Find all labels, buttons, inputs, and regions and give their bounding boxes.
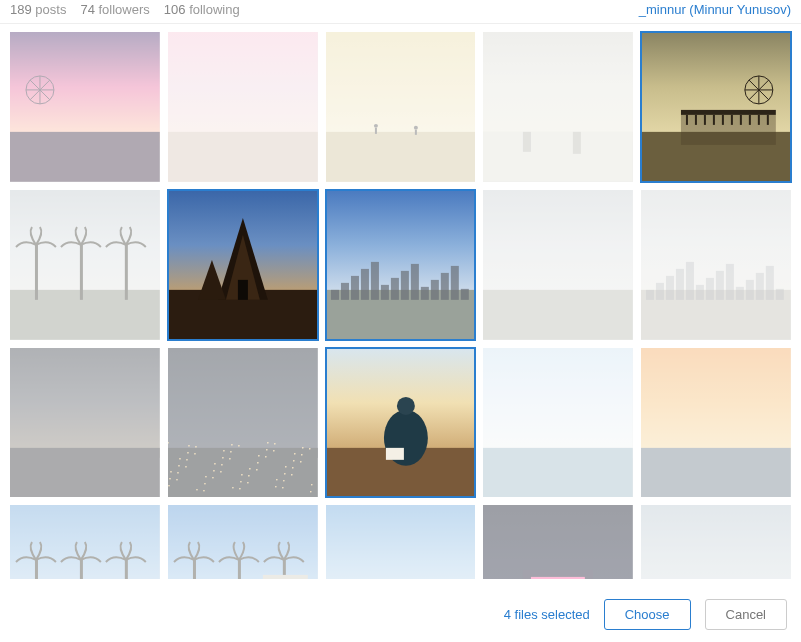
selection-count: 4 files selected [504, 607, 590, 622]
svg-rect-60 [331, 290, 339, 300]
grid-thumb[interactable] [483, 190, 633, 340]
stat-followers: 74 followers [80, 2, 149, 17]
svg-rect-69 [420, 287, 428, 300]
unselected-overlay [483, 505, 633, 579]
svg-rect-41 [722, 115, 724, 125]
grid-thumb[interactable] [10, 190, 160, 340]
following-label: following [189, 2, 240, 17]
grid-thumb[interactable] [641, 505, 791, 579]
profile-stats: 189 posts 74 followers 106 following [10, 2, 240, 17]
username-link[interactable]: _minnur (Minnur Yunusov) [639, 2, 791, 17]
grid-thumb[interactable] [10, 505, 160, 579]
svg-rect-71 [440, 273, 448, 300]
footer-bar: 4 files selected Choose Cancel [0, 588, 801, 642]
svg-rect-43 [740, 115, 742, 125]
svg-rect-44 [749, 115, 751, 125]
svg-rect-40 [713, 115, 715, 125]
svg-point-159 [396, 397, 414, 415]
stat-following: 106 following [164, 2, 240, 17]
grid-thumb[interactable] [326, 32, 476, 182]
following-count: 106 [164, 2, 186, 17]
grid-thumb[interactable] [10, 32, 160, 182]
svg-rect-67 [400, 271, 408, 300]
grid-thumb[interactable] [641, 348, 791, 498]
grid-thumb[interactable] [168, 348, 318, 498]
grid-thumb[interactable] [10, 348, 160, 498]
svg-rect-160 [386, 447, 404, 459]
grid-thumb[interactable] [168, 190, 318, 340]
grid-thumb[interactable] [168, 505, 318, 579]
unselected-overlay [168, 32, 318, 182]
unselected-overlay [168, 348, 318, 498]
grid-thumb[interactable] [483, 32, 633, 182]
svg-rect-70 [430, 280, 438, 300]
svg-rect-56 [238, 280, 248, 300]
unselected-overlay [10, 348, 160, 498]
grid-thumb[interactable] [326, 505, 476, 579]
unselected-overlay [483, 348, 633, 498]
grid-thumb[interactable] [326, 348, 476, 498]
header-bar: 189 posts 74 followers 106 following _mi… [0, 0, 801, 24]
grid-thumb[interactable] [483, 348, 633, 498]
unselected-overlay [641, 348, 791, 498]
unselected-overlay [483, 32, 633, 182]
stat-posts: 189 posts [10, 2, 66, 17]
posts-label: posts [35, 2, 66, 17]
svg-rect-63 [361, 269, 369, 300]
svg-rect-68 [410, 264, 418, 300]
svg-rect-39 [704, 115, 706, 125]
svg-rect-37 [686, 115, 688, 125]
unselected-overlay [326, 505, 476, 579]
unselected-overlay [641, 190, 791, 340]
svg-rect-38 [695, 115, 697, 125]
unselected-overlay [10, 32, 160, 182]
unselected-overlay [168, 505, 318, 579]
cancel-button[interactable]: Cancel [705, 599, 787, 630]
svg-rect-64 [371, 262, 379, 300]
grid-thumb[interactable] [326, 190, 476, 340]
grid-thumb[interactable] [641, 190, 791, 340]
svg-rect-72 [450, 266, 458, 300]
grid-thumb[interactable] [483, 505, 633, 579]
svg-rect-46 [767, 115, 769, 125]
grid-thumb[interactable] [641, 32, 791, 182]
followers-label: followers [99, 2, 150, 17]
svg-rect-61 [341, 283, 349, 300]
posts-count: 189 [10, 2, 32, 17]
unselected-overlay [483, 190, 633, 340]
choose-button[interactable]: Choose [604, 599, 691, 630]
svg-rect-66 [391, 278, 399, 300]
unselected-overlay [326, 32, 476, 182]
unselected-overlay [641, 505, 791, 579]
unselected-overlay [10, 190, 160, 340]
image-grid [10, 32, 791, 579]
svg-rect-45 [758, 115, 760, 125]
svg-rect-73 [460, 289, 468, 300]
svg-rect-42 [731, 115, 733, 125]
grid-thumb[interactable] [168, 32, 318, 182]
unselected-overlay [10, 505, 160, 579]
image-grid-viewport[interactable] [0, 24, 801, 579]
svg-rect-62 [351, 276, 359, 300]
followers-count: 74 [80, 2, 94, 17]
svg-rect-35 [681, 110, 776, 115]
svg-rect-65 [381, 285, 389, 300]
